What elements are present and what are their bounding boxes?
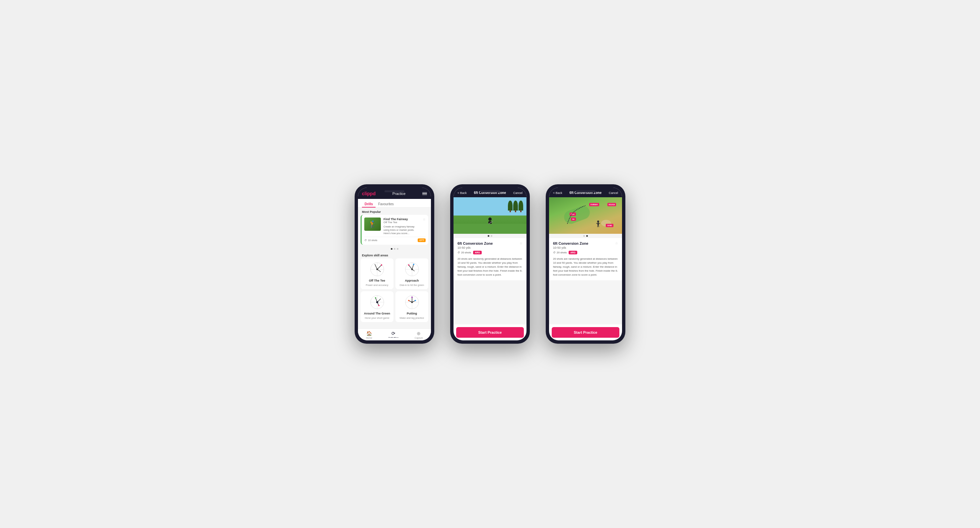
hero-ground: [453, 224, 527, 234]
detail-title-row: 6ft Conversion Zone 10-50 yds ☆: [458, 241, 522, 249]
featured-drill-card[interactable]: 🏌️ Find The Fairway Off The Tee Create a…: [361, 215, 428, 245]
skill-desc-putting: Make and lag practice: [400, 316, 424, 319]
map-carousel-dots: [549, 234, 622, 238]
dot-1: [391, 248, 393, 250]
nav-capture[interactable]: ⊕ Capture: [415, 331, 423, 339]
favourite-icon-p3[interactable]: ☆: [615, 241, 618, 245]
tree-3: [519, 201, 523, 211]
golfer-svg: [596, 220, 600, 227]
dot-1: [583, 235, 585, 237]
skill-desc-atg: Hone your short game: [364, 316, 389, 319]
svg-point-36: [597, 220, 599, 222]
svg-point-14: [411, 269, 413, 270]
tree-2: [513, 201, 518, 211]
off-the-tee-icon: [369, 261, 385, 278]
drill-category: Off The Tee: [383, 221, 420, 224]
svg-point-34: [408, 300, 409, 301]
title-group-p3: 6ft Conversion Zone 10-50 yds: [553, 241, 588, 249]
detail-title-row-p3: 6ft Conversion Zone 10-50 yds ☆: [553, 241, 618, 249]
activities-icon: ⟳: [391, 331, 395, 336]
cancel-button-p3[interactable]: Cancel: [609, 191, 618, 195]
shots-info: ⏱ 20 shots: [458, 251, 471, 254]
cancel-button[interactable]: Cancel: [513, 191, 522, 195]
tree-1: [508, 201, 512, 211]
start-practice-button[interactable]: Start Practice: [456, 327, 524, 338]
drill-card-top: 🏌️ Find The Fairway Off The Tee Create a…: [364, 217, 426, 235]
map-golfer: [596, 220, 600, 228]
drill-detail-content: 6ft Conversion Zone 10-50 yds ☆ ⏱ 20 sho…: [453, 234, 527, 324]
skill-approach[interactable]: Approach Dial-in to hit the green: [395, 258, 428, 289]
menu-icon[interactable]: [422, 192, 427, 195]
start-practice-button-p3[interactable]: Start Practice: [552, 327, 619, 338]
putting-icon: [404, 294, 420, 311]
dot-2: [394, 248, 395, 250]
phones-container: clippd Practice Drills Favourites Most P…: [355, 184, 625, 344]
capture-icon: ⊕: [417, 331, 421, 336]
dot-2: [491, 235, 492, 237]
drill-favourite-icon[interactable]: ☆: [423, 217, 426, 235]
drill-info: Find The Fairway Off The Tee Create an i…: [383, 217, 420, 235]
phone-1: clippd Practice Drills Favourites Most P…: [355, 184, 434, 344]
svg-line-38: [596, 223, 598, 224]
header-title: Practice: [393, 191, 406, 196]
app-logo: clippd: [362, 191, 375, 196]
svg-point-32: [411, 301, 413, 303]
bottom-nav: 🏠 Home ⟳ Activities ⊕ Capture: [358, 329, 431, 340]
nav-activities[interactable]: ⟳ Activities: [388, 331, 398, 339]
phone-2-screen: < Back 6ft Conversion Zone Cancel: [453, 188, 527, 340]
detail-meta: ⏱ 20 shots ARG: [458, 251, 522, 254]
phone-3: < Back 6ft Conversion Zone Cancel FAIRWA…: [546, 184, 625, 344]
nav-home[interactable]: 🏠 Home: [366, 331, 372, 339]
shots-info-p3: ⏱ 20 shots: [553, 251, 566, 254]
svg-point-35: [415, 300, 416, 301]
phone-1-screen: clippd Practice Drills Favourites Most P…: [358, 188, 431, 340]
skill-name-ott: Off The Tee: [369, 279, 385, 282]
nav-home-label: Home: [366, 337, 372, 339]
drill-hero-image: [453, 197, 527, 234]
phone1-header: clippd Practice: [358, 188, 431, 199]
title-group: 6ft Conversion Zone 10-50 yds: [458, 241, 493, 249]
skill-name-approach: Approach: [405, 279, 419, 282]
back-button[interactable]: < Back: [458, 191, 467, 195]
clock-icon: ⏱: [458, 251, 460, 254]
drill-title-header-p3: 6ft Conversion Zone: [570, 191, 602, 195]
map-scene: FAIRWAY ROUGH SAND Miss Hit: [549, 197, 622, 234]
phone1-content: Most Popular 🏌️ Find The Fairway Off The…: [358, 207, 431, 329]
detail-body: 6ft Conversion Zone 10-50 yds ☆ ⏱ 20 sho…: [453, 238, 527, 280]
tab-drills[interactable]: Drills: [362, 201, 375, 207]
skill-putting[interactable]: Putting Make and lag practice: [395, 291, 428, 322]
back-button-p3[interactable]: < Back: [553, 191, 562, 195]
hero-trees: [453, 201, 527, 211]
clock-icon: ⏱: [364, 239, 367, 242]
shots-count: 20 shots: [461, 251, 471, 254]
svg-point-6: [376, 269, 378, 270]
skill-off-the-tee[interactable]: Off The Tee Power and accuracy: [361, 258, 393, 289]
drill-detail-title: 6ft Conversion Zone: [458, 241, 493, 246]
svg-point-16: [408, 264, 409, 266]
drill-name: Find The Fairway: [383, 217, 420, 221]
drill-description-p3: 20 shots are randomly generated at dista…: [553, 257, 618, 277]
skill-around-green[interactable]: Around The Green Hone your short game: [361, 291, 393, 322]
carousel-dots: [358, 247, 431, 251]
drill-hero-map: FAIRWAY ROUGH SAND Miss Hit: [549, 197, 622, 234]
explore-label: Explore skill areas: [358, 251, 431, 258]
tab-favourites[interactable]: Favourites: [375, 201, 396, 207]
detail-body-p3: 6ft Conversion Zone 10-50 yds ☆ ⏱ 20 sho…: [549, 238, 622, 280]
svg-point-25: [378, 305, 380, 306]
tabs-bar: Drills Favourites: [358, 199, 431, 207]
svg-rect-37: [598, 222, 599, 225]
drill-meta: ⏱ 10 shots OTT: [364, 237, 426, 242]
drill-detail-title-p3: 6ft Conversion Zone: [553, 241, 588, 246]
approach-icon: [404, 261, 420, 278]
drill-detail-content-p3: 6ft Conversion Zone 10-50 yds ☆ ⏱ 20 sho…: [549, 234, 622, 324]
svg-point-24: [375, 297, 376, 298]
svg-point-7: [381, 264, 382, 266]
favourite-icon[interactable]: ☆: [520, 241, 522, 245]
arg-badge-p3: ARG: [569, 251, 577, 254]
dot-1: [488, 235, 489, 237]
svg-point-23: [376, 301, 378, 303]
dot-2: [586, 235, 588, 237]
phone-3-screen: < Back 6ft Conversion Zone Cancel FAIRWA…: [549, 188, 622, 340]
svg-line-3: [377, 265, 382, 269]
drill-description: Create an imaginary fairway using trees …: [383, 225, 420, 235]
